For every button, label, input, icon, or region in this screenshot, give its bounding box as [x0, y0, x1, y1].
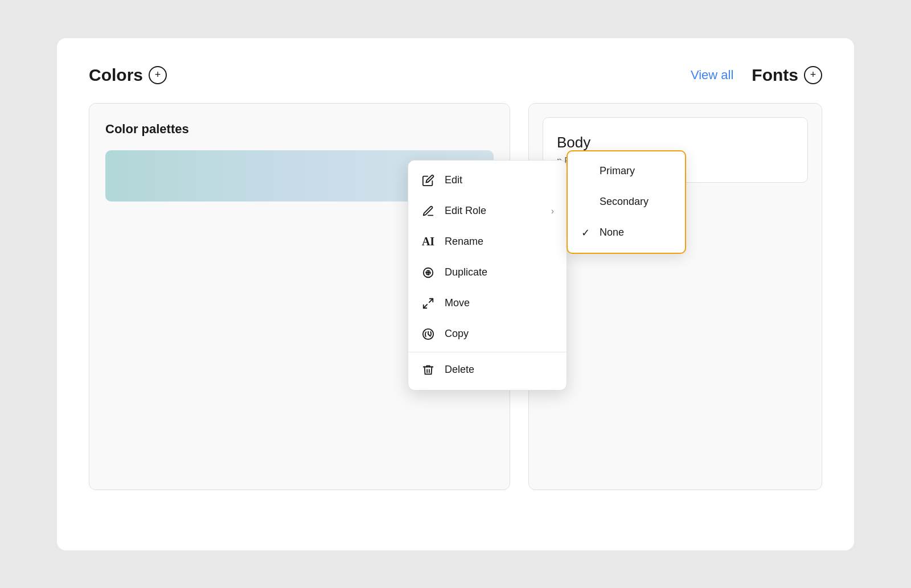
rename-label: Rename [445, 236, 554, 248]
pencil-icon [421, 173, 436, 188]
color-palettes-subtitle: Color palettes [105, 122, 494, 137]
menu-item-rename[interactable]: AI Rename [408, 227, 567, 257]
sub-menu: ✓ Primary ✓ Secondary ✓ None [567, 150, 686, 254]
sub-menu-item-none[interactable]: ✓ None [568, 217, 685, 248]
duplicate-icon [421, 265, 436, 280]
menu-item-duplicate[interactable]: Duplicate [408, 257, 567, 288]
menu-item-edit[interactable]: Edit [408, 165, 567, 196]
fonts-title-text: Fonts [752, 65, 798, 85]
font-name: Body [557, 134, 794, 151]
main-container: Colors + View all Fonts + Color palettes… [57, 38, 854, 550]
delete-label: Delete [445, 364, 554, 376]
fonts-section-title: Fonts + [752, 65, 822, 85]
edit-label: Edit [445, 174, 554, 186]
check-none-icon: ✓ [581, 227, 593, 239]
add-colors-button[interactable]: + [149, 66, 167, 84]
sub-menu-item-secondary[interactable]: ✓ Secondary [568, 187, 685, 217]
trash-icon [421, 363, 436, 377]
menu-item-copy[interactable]: Copy [408, 319, 567, 349]
context-menu: Edit Edit Role › ✓ Primary [408, 160, 567, 390]
view-all-link[interactable]: View all [691, 68, 733, 83]
menu-item-edit-role[interactable]: Edit Role › ✓ Primary ✓ Secondary ✓ None [408, 196, 567, 227]
edit-role-label: Edit Role [445, 205, 542, 217]
move-icon [421, 296, 436, 311]
content-row: Color palettes Body n Pro Regular Edit [89, 103, 822, 490]
add-fonts-button[interactable]: + [804, 66, 822, 84]
ai-icon: AI [421, 235, 436, 249]
pencil-role-icon [421, 204, 436, 219]
move-label: Move [445, 297, 554, 309]
none-label: None [600, 227, 624, 239]
menu-item-move[interactable]: Move [408, 288, 567, 319]
header-row: Colors + View all Fonts + [89, 65, 822, 85]
duplicate-label: Duplicate [445, 266, 554, 278]
copy-icon [421, 327, 436, 342]
colors-section-title: Colors + [89, 65, 167, 85]
secondary-label: Secondary [600, 196, 649, 208]
copy-label: Copy [445, 328, 554, 340]
menu-divider [408, 352, 567, 352]
menu-item-delete[interactable]: Delete [408, 355, 567, 385]
chevron-right-icon: › [551, 206, 554, 216]
primary-label: Primary [600, 165, 635, 177]
colors-title-text: Colors [89, 65, 143, 85]
sub-menu-item-primary[interactable]: ✓ Primary [568, 156, 685, 187]
